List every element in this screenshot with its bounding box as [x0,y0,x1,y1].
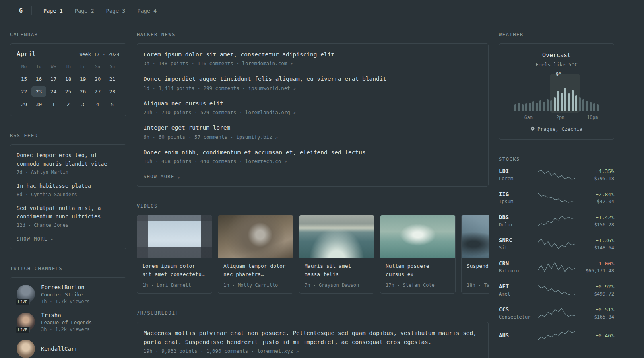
hackernews-show-more-button[interactable]: SHOW MORE ⌄ [144,174,181,179]
subreddit-post-domain-link[interactable]: loremnet.xyz ↗ [257,348,299,354]
stock-symbol: DBS [499,214,534,220]
stock-values: +0.92% $499.72 [579,284,614,297]
weather-bar [590,102,592,111]
calendar-dow-label: Sa [90,64,105,69]
calendar-dow-label: We [46,64,61,69]
video-card-body: Lorem ipsum dolor sit amet consectetu… 1… [137,258,212,293]
twitch-channel-row[interactable]: LIVE ForrestBurton Counter-Strike 1h · 1… [17,284,120,304]
stock-row[interactable]: AET Amet +0.92% $499.72 [499,283,614,297]
rss-item-title[interactable]: Donec tempor eros leo, ut commodo mauris… [17,152,107,167]
calendar-day: 22 [17,86,31,97]
weather-widget-title: WEATHER [499,32,614,37]
hackernews-item-domain-link[interactable]: ipsumify.biz ↗ [236,134,277,140]
stocks-widget: STOCKS LDI Lorem +4.35% $795.18 [499,156,614,341]
stock-info: SNRC Sit [499,237,534,251]
stock-row[interactable]: DBS Dolor +1.42% $156.28 [499,214,614,228]
calendar-day: 5 [105,99,120,109]
rss-show-more-button[interactable]: SHOW MORE ⌄ [17,236,54,242]
calendar-day: 16 [31,74,46,84]
calendar-day: 27 [90,86,105,97]
page-tab[interactable]: Page 2 [69,0,100,21]
external-link-icon: ↗ [293,110,296,115]
weather-bar [568,93,570,111]
hackernews-item-title[interactable]: Lorem ipsum dolor sit amet, consectetur … [144,51,334,58]
hackernews-item-title[interactable]: Integer eget rutrum lorem [144,125,230,131]
rss-item-meta: 7d · Ashlyn Martin [17,169,120,175]
stock-row[interactable]: CRN Bitcorn -1.00% $66,171.48 [499,260,614,274]
weather-location: Prague, Czechia [506,126,607,132]
hackernews-item-title[interactable]: Donec enim nibh, condimentum et accumsan… [144,149,366,156]
hackernews-item-domain-link[interactable]: loremdomain.com ↗ [242,60,293,66]
weather-bar [550,100,552,111]
calendar-day: 26 [76,86,90,97]
stock-symbol: SNRC [499,237,534,243]
weather-bar [593,103,595,111]
stock-row[interactable]: AHS +0.46% [499,329,614,341]
video-card-body: Suspendisse diam 18h · Tara [462,258,489,293]
page-tab[interactable]: Page 1 [37,0,69,21]
video-card[interactable]: Mauris sit amet massa felis 7h · Grayson… [299,215,374,294]
page-tab[interactable]: Page 4 [131,0,163,21]
weather-bar [543,102,545,111]
video-title: Nullam posuere cursus ex [386,262,450,278]
calendar-day: 1 [46,99,61,109]
stock-price: $156.28 [579,222,614,228]
video-title: Suspendisse diam [467,262,489,278]
hackernews-card: Lorem ipsum dolor sit amet, consectetur … [137,43,489,187]
rss-item-meta: 8d · Cynthia Saunders [17,192,120,197]
stock-row[interactable]: LDI Lorem +4.35% $795.18 [499,168,614,181]
stock-row[interactable]: IIG Ipsum +2.84% $42.04 [499,191,614,204]
twitch-channel-meta: 3h · 1.2k viewers [41,327,92,332]
weather-bar [529,103,531,111]
stock-row[interactable]: CCS Consectetur +0.51% $165.84 [499,306,614,320]
weather-bar [561,93,563,111]
hackernews-item: Lorem ipsum dolor sit amet, consectetur … [144,50,482,66]
video-card[interactable]: Aliquam tempor dolor nec pharetra… 1h · … [218,215,293,294]
stock-change: -1.00% [579,261,614,267]
stock-sparkline [538,169,575,181]
stock-name: Sit [499,245,534,251]
video-card[interactable]: Lorem ipsum dolor sit amet consectetu… 1… [137,215,212,294]
weather-bar [572,90,574,111]
hackernews-item-domain-link[interactable]: loremlandia.org ↗ [245,109,296,115]
hackernews-item-title[interactable]: Aliquam nec cursus elit [144,100,223,107]
video-card[interactable]: Suspendisse diam 18h · Tara [461,215,489,294]
weather-bar [514,104,516,111]
twitch-channel-name: KendallCarr [41,346,78,352]
video-thumbnail [299,215,374,258]
hackernews-item-meta: 21h · 710 points · 579 comments · loreml… [144,109,482,115]
video-card-body: Mauris sit amet massa felis 7h · Grayson… [299,258,374,293]
calendar-day: 15 [17,74,31,84]
stock-values: +1.42% $156.28 [579,214,614,228]
calendar-day-headers: Mo Tu We Th Fr Sa Su [17,64,120,69]
hackernews-item-domain-link[interactable]: loremtech.co ↗ [245,158,287,164]
hackernews-widget: HACKER NEWS Lorem ipsum dolor sit amet, … [137,32,489,187]
weather-bar [582,99,584,111]
rss-item-title[interactable]: Sed volutpat nulla nisl, a condimentum n… [17,205,101,220]
calendar-widget: CALENDAR April Week 17 · 2024 Mo Tu We T… [10,32,126,116]
rss-item-title[interactable]: In hac habitasse platea [17,183,91,189]
hackernews-item-stats: 1d · 1,414 points · 299 comments · [144,85,248,91]
stock-price: $42.04 [579,199,614,204]
hackernews-widget-title: HACKER NEWS [137,32,489,37]
hackernews-item-stats: 16h · 468 points · 440 comments · [144,158,245,164]
video-card[interactable]: Nullam posuere cursus ex 17h · Stefan Co… [380,215,456,294]
stock-values: +2.84% $42.04 [579,191,614,204]
hackernews-item-stats: 6h · 60 points · 57 comments · [144,134,236,140]
stock-row[interactable]: SNRC Sit +1.36% $148.64 [499,237,614,251]
twitch-channel-row[interactable]: LIVE Trisha League of Legends 3h · 1.2k … [17,312,120,332]
subreddit-widget: /R/SUBREDDIT Maecenas mollis pulvinar er… [137,310,489,358]
calendar-week-info: Week 17 · 2024 [80,52,120,57]
weather-bar [575,95,577,111]
hackernews-item-title[interactable]: Donec imperdiet augue tincidunt felis al… [144,76,386,82]
app-logo[interactable]: G [16,6,26,16]
calendar-day: 19 [76,74,90,84]
page-tab[interactable]: Page 3 [100,0,132,21]
twitch-channel-row[interactable]: KendallCarr [17,340,120,358]
stock-sparkline [538,284,575,296]
stock-sparkline [538,329,575,341]
hackernews-item-domain-link[interactable]: ipsumworld.net ↗ [248,85,296,91]
calendar-day: 30 [31,99,46,109]
weather-bar [532,101,534,111]
subreddit-post-title[interactable]: Maecenas mollis pulvinar erat non posuer… [144,330,477,345]
